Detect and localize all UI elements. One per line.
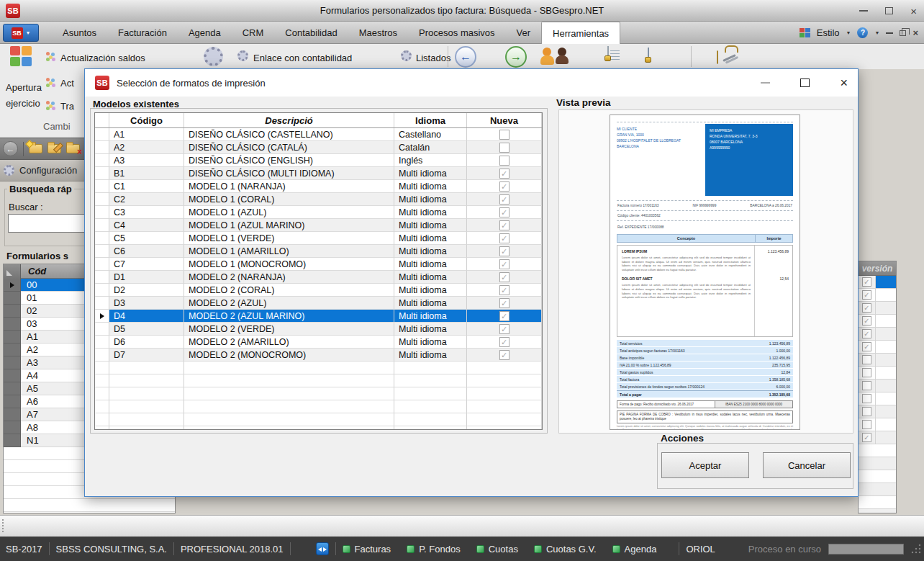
cancel-button[interactable]: Cancelar [763,452,851,478]
models-table-row[interactable]: C1MODELO 1 (NARANJA)Multi idioma✓ [95,180,542,193]
version-row[interactable]: ✓ [859,276,896,289]
nueva-header[interactable]: Nueva [467,113,542,127]
version-checkbox[interactable]: ✓ [862,290,871,300]
nueva-checkbox[interactable]: ✓ [499,207,509,217]
dialog-minimize-icon[interactable] [761,82,770,84]
models-table-row[interactable]: C4MODELO 1 (AZUL MARINO)Multi idioma✓ [95,219,542,232]
toolbar-grip[interactable] [2,519,4,534]
nueva-checkbox[interactable]: ✓ [499,169,509,179]
child-minimize-icon[interactable] [886,32,893,34]
nueva-checkbox[interactable]: ✓ [499,259,509,269]
version-checkbox[interactable] [862,381,871,390]
models-table-row[interactable]: D2MODELO 2 (CORAL)Multi idioma✓ [95,284,542,297]
close-icon[interactable]: × [910,6,917,17]
menu-item-crm[interactable]: CRM [232,22,275,44]
nueva-checkbox[interactable]: ✓ [499,298,509,308]
apertura-ejercicio-label[interactable]: Apertura [6,82,42,93]
ribbon-item-act[interactable]: Act [60,78,74,89]
ribbon-item-tra[interactable]: Tra [60,101,74,112]
accept-button[interactable]: Aceptar [661,452,749,478]
version-row[interactable]: ✓ [859,302,896,315]
models-table-row[interactable]: C3MODELO 1 (AZUL)Multi idioma✓ [95,206,542,219]
remote-support-icon[interactable] [316,542,329,555]
models-table-row[interactable]: D6MODELO 2 (AMARILLO)Multi idioma✓ [95,336,542,349]
version-checkbox[interactable] [862,407,871,416]
resize-grip[interactable] [911,544,921,554]
models-table-row[interactable]: D3MODELO 2 (AZUL)Multi idioma✓ [95,297,542,310]
version-checkbox[interactable] [862,368,871,377]
version-column-header[interactable]: versión [859,261,896,276]
nueva-checkbox[interactable]: ✓ [499,220,509,230]
minimize-icon[interactable] [859,10,868,12]
back-icon[interactable]: ← [3,141,18,156]
nueva-checkbox[interactable]: ✓ [499,272,509,282]
menu-item-asuntos[interactable]: Asuntos [52,22,107,44]
models-table-row[interactable]: A2DISEÑO CLÁSICO (CATALÁ)Catalán [95,141,542,154]
document-lock-icon[interactable] [607,46,609,60]
nueva-checkbox[interactable] [499,130,509,140]
version-row[interactable] [859,354,896,367]
version-row[interactable] [859,418,896,431]
new-record-icon[interactable] [29,144,42,153]
version-checkbox[interactable] [862,420,871,429]
nueva-checkbox[interactable]: ✓ [499,246,509,256]
version-checkbox[interactable]: ✓ [862,329,871,338]
nueva-checkbox[interactable]: ✓ [499,311,509,321]
table-lock-icon[interactable] [648,48,649,61]
menu-item-agenda[interactable]: Agenda [178,22,232,44]
menu-item-contabilidad[interactable]: Contabilidad [274,22,348,44]
models-table-row[interactable]: A1DISEÑO CLÁSICO (CASTELLANO)Castellano [95,128,542,141]
listados-button[interactable]: Listados [416,53,450,63]
menu-item-facturación[interactable]: Facturación [107,22,178,44]
sb-menu-button[interactable]: SB ▼ [3,24,39,42]
nueva-checkbox[interactable] [499,143,509,153]
delete-record-icon[interactable] [66,144,80,153]
dialog-maximize-icon[interactable] [800,78,810,87]
menu-item-maestros[interactable]: Maestros [348,22,408,44]
version-row[interactable]: ✓ [859,341,896,354]
nueva-checkbox[interactable]: ✓ [499,337,509,347]
nueva-checkbox[interactable]: ✓ [499,181,509,192]
forward-arrow-icon[interactable]: → [505,46,527,68]
models-table-row[interactable]: D4MODELO 2 (AZUL MARINO)Multi idioma✓ [95,310,542,323]
child-close-icon[interactable]: × [912,27,918,38]
actualizacion-saldos-button[interactable]: Actualización saldos [60,53,145,63]
version-row[interactable] [859,380,896,392]
version-checkbox[interactable]: ✓ [862,433,871,442]
nueva-checkbox[interactable]: ✓ [499,324,509,334]
version-checkbox[interactable]: ✓ [862,316,871,326]
version-row[interactable] [859,392,896,405]
idioma-header[interactable]: Idioma [394,113,467,127]
models-table-row[interactable]: D7MODELO 2 (MONOCROMO)Multi idioma✓ [95,349,542,362]
version-checkbox[interactable]: ✓ [862,342,871,351]
nueva-checkbox[interactable] [499,156,509,166]
version-row[interactable]: ✓ [859,315,896,328]
child-restore-icon[interactable] [900,30,906,36]
version-row[interactable]: ✓ [859,328,896,341]
version-row[interactable] [859,367,896,380]
select-all-corner[interactable] [4,264,21,279]
menu-item-herramientas[interactable]: Herramientas [541,22,620,44]
models-table-row[interactable]: C6MODELO 1 (AMARILLO)Multi idioma✓ [95,245,542,258]
models-table-row[interactable]: D1MODELO 2 (NARANJA)Multi idioma✓ [95,271,542,284]
version-checkbox[interactable]: ✓ [862,303,871,313]
models-table-row[interactable]: C7MODELO 1 (MONOCROMO)Multi idioma✓ [95,258,542,271]
models-table-row[interactable]: C2MODELO 1 (CORAL)Multi idioma✓ [95,193,542,206]
enlace-contabilidad-button[interactable]: Enlace con contabilidad [253,53,352,63]
models-table-row[interactable]: A3DISEÑO CLÁSICO (ENGLISH)Inglés [95,154,542,167]
descripcio-header[interactable]: Descripció [184,113,394,127]
version-checkbox[interactable] [862,355,871,364]
configuration-bar[interactable]: Configuración [0,160,84,181]
models-table-row[interactable]: B1DISEÑO CLÁSICO (MULTI IDIOMA)Multi idi… [95,167,542,180]
chevron-down-icon[interactable]: ▼ [874,30,879,35]
version-row[interactable]: ✓ [859,431,896,444]
nueva-checkbox[interactable]: ✓ [499,194,509,205]
help-icon[interactable]: ? [857,27,868,38]
version-checkbox[interactable]: ✓ [862,277,871,287]
gear-icon[interactable] [204,47,223,66]
nueva-checkbox[interactable]: ✓ [499,285,509,295]
estilo-menu[interactable]: Estilo [817,27,840,38]
models-table-row[interactable]: D5MODELO 2 (VERDE)Multi idioma✓ [95,323,542,336]
version-row[interactable]: ✓ [859,289,896,302]
dialog-close-icon[interactable]: × [840,76,848,89]
